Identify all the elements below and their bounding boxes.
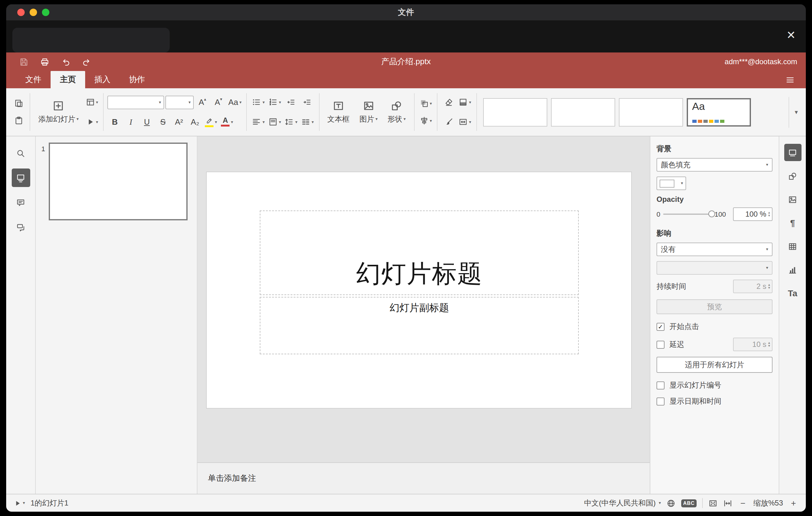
tab-file[interactable]: 文件 bbox=[16, 71, 51, 88]
chat-icon[interactable] bbox=[11, 218, 30, 236]
insert-image-button[interactable]: 图片▾ bbox=[355, 92, 382, 132]
opacity-input[interactable]: 100 %▴▾ bbox=[733, 207, 773, 221]
caret-down-icon: ▾ bbox=[77, 117, 79, 122]
effect-select[interactable]: 没有▾ bbox=[657, 242, 773, 256]
theme-option-1[interactable] bbox=[483, 98, 547, 126]
show-date-checkbox[interactable] bbox=[657, 398, 665, 405]
theme-option-2[interactable] bbox=[551, 98, 615, 126]
start-on-click-checkbox[interactable]: ✓ bbox=[657, 323, 665, 331]
paragraph-settings-icon[interactable]: ¶ bbox=[784, 214, 801, 231]
theme-option-selected[interactable]: Aa bbox=[687, 98, 751, 126]
fit-slide-icon[interactable] bbox=[708, 498, 718, 508]
save-icon[interactable] bbox=[17, 56, 30, 68]
close-window-button[interactable] bbox=[17, 9, 25, 16]
change-case-button[interactable]: Aa▾ bbox=[227, 95, 243, 110]
close-icon[interactable]: ✕ bbox=[784, 28, 799, 42]
preview-button[interactable]: 预览 bbox=[657, 299, 773, 314]
opacity-slider-knob[interactable] bbox=[708, 210, 715, 217]
subtitle-placeholder[interactable]: 幻灯片副标题 bbox=[260, 297, 579, 354]
vertical-align-button[interactable]: ▾ bbox=[267, 114, 282, 129]
language-select[interactable]: 中文(中华人民共和国)▾ bbox=[584, 498, 661, 508]
strikeout-button[interactable]: S bbox=[155, 114, 170, 129]
redo-icon[interactable] bbox=[80, 56, 92, 68]
decrease-indent-icon[interactable] bbox=[284, 95, 298, 110]
font-color-button[interactable]: A▾ bbox=[220, 114, 234, 129]
font-size-select[interactable]: ▾ bbox=[165, 95, 194, 109]
tab-collaboration[interactable]: 协作 bbox=[120, 71, 154, 88]
slide-settings-icon[interactable] bbox=[784, 144, 801, 161]
comments-icon[interactable] bbox=[11, 193, 30, 212]
minimize-window-button[interactable] bbox=[30, 9, 37, 16]
spellcheck-icon[interactable]: ABC bbox=[681, 499, 697, 507]
font-name-select[interactable]: ▾ bbox=[107, 95, 164, 109]
tab-home[interactable]: 主页 bbox=[51, 71, 85, 88]
horizontal-align-button[interactable]: ▾ bbox=[251, 114, 266, 129]
numbering-button[interactable]: ▾ bbox=[267, 95, 282, 110]
slide-thumbnail[interactable] bbox=[49, 143, 187, 220]
fullscreen-window-button[interactable] bbox=[42, 9, 49, 16]
effect-type-select[interactable]: ▾ bbox=[657, 261, 773, 275]
theme-gallery-expand-icon[interactable]: ▾ bbox=[788, 96, 802, 127]
chart-settings-icon[interactable] bbox=[784, 261, 801, 278]
slide-layout-button[interactable]: ▾ bbox=[84, 95, 99, 110]
apply-all-button[interactable]: 适用于所有幻灯片 bbox=[657, 357, 773, 373]
add-slide-button[interactable]: 添加幻灯片▾ bbox=[34, 92, 83, 132]
notes-area[interactable]: 单击添加备注 bbox=[198, 462, 650, 494]
menu-icon[interactable] bbox=[782, 72, 797, 87]
bullets-button[interactable]: ▾ bbox=[251, 95, 266, 110]
color-scheme-button[interactable]: ▾ bbox=[457, 95, 472, 110]
caret-down-icon: ▾ bbox=[263, 119, 265, 124]
paste-icon[interactable] bbox=[11, 113, 26, 128]
text-box-button[interactable]: 文本框 bbox=[323, 92, 354, 132]
fit-width-icon[interactable] bbox=[723, 498, 732, 508]
image-settings-icon[interactable] bbox=[784, 191, 801, 208]
clear-style-icon[interactable] bbox=[441, 95, 456, 110]
line-spacing-button[interactable]: ▾ bbox=[284, 114, 299, 129]
shape-settings-icon[interactable] bbox=[784, 167, 801, 184]
title-placeholder[interactable]: 幻灯片标题 bbox=[260, 210, 579, 295]
subscript-button[interactable]: A₂ bbox=[187, 114, 202, 129]
start-slideshow-button[interactable]: ▾ bbox=[84, 114, 99, 129]
underline-button[interactable]: U bbox=[140, 114, 154, 129]
background-fill-select[interactable]: 颜色填充▾ bbox=[657, 158, 773, 172]
caret-down-icon: ▾ bbox=[263, 100, 265, 105]
slides-panel-icon[interactable] bbox=[11, 169, 30, 187]
spinner-arrows-icon[interactable]: ▴▾ bbox=[768, 283, 770, 289]
zoom-out-icon[interactable]: − bbox=[738, 498, 748, 508]
slide-size-button[interactable]: ▾ bbox=[457, 114, 472, 129]
tab-insert[interactable]: 插入 bbox=[85, 71, 120, 88]
spinner-arrows-icon[interactable]: ▴▾ bbox=[768, 211, 770, 217]
delay-input[interactable]: 10 s▴▾ bbox=[733, 338, 773, 351]
print-icon[interactable] bbox=[38, 56, 51, 68]
spinner-arrows-icon[interactable]: ▴▾ bbox=[768, 341, 770, 347]
delay-label: 延迟 bbox=[669, 339, 684, 350]
text-art-settings-icon[interactable]: Ta bbox=[784, 285, 801, 302]
columns-button[interactable]: ▾ bbox=[300, 114, 315, 129]
delay-checkbox[interactable] bbox=[657, 340, 665, 348]
italic-button[interactable]: I bbox=[123, 114, 138, 129]
superscript-button[interactable]: A² bbox=[172, 114, 186, 129]
slide[interactable]: 幻灯片标题 幻灯片副标题 bbox=[207, 172, 631, 408]
table-settings-icon[interactable] bbox=[784, 238, 801, 255]
highlight-color-button[interactable]: ▾ bbox=[204, 114, 219, 129]
increase-indent-icon[interactable] bbox=[299, 95, 314, 110]
theme-option-3[interactable] bbox=[618, 98, 683, 126]
align-shape-button[interactable]: ▾ bbox=[418, 113, 433, 128]
copy-style-icon[interactable] bbox=[441, 114, 456, 129]
show-slide-number-checkbox[interactable] bbox=[657, 381, 665, 390]
slide-thumbnails-panel: 1 bbox=[36, 136, 198, 494]
start-slideshow-status-button[interactable]: ▾ bbox=[13, 499, 25, 507]
duration-input[interactable]: 2 s▴▾ bbox=[733, 280, 773, 293]
increment-font-button[interactable]: A▴ bbox=[195, 95, 210, 110]
arrange-shape-button[interactable]: ▾ bbox=[418, 96, 433, 111]
opacity-slider[interactable] bbox=[663, 213, 712, 215]
zoom-in-icon[interactable]: + bbox=[788, 498, 799, 508]
decrement-font-button[interactable]: A▾ bbox=[211, 95, 226, 110]
insert-shape-button[interactable]: 形状▾ bbox=[383, 92, 410, 132]
bold-button[interactable]: B bbox=[107, 114, 122, 129]
search-icon[interactable] bbox=[11, 144, 30, 162]
undo-icon[interactable] bbox=[59, 56, 71, 68]
background-color-select[interactable]: ▾ bbox=[657, 176, 686, 190]
copy-icon[interactable] bbox=[11, 96, 26, 111]
document-language-icon[interactable] bbox=[666, 498, 676, 508]
